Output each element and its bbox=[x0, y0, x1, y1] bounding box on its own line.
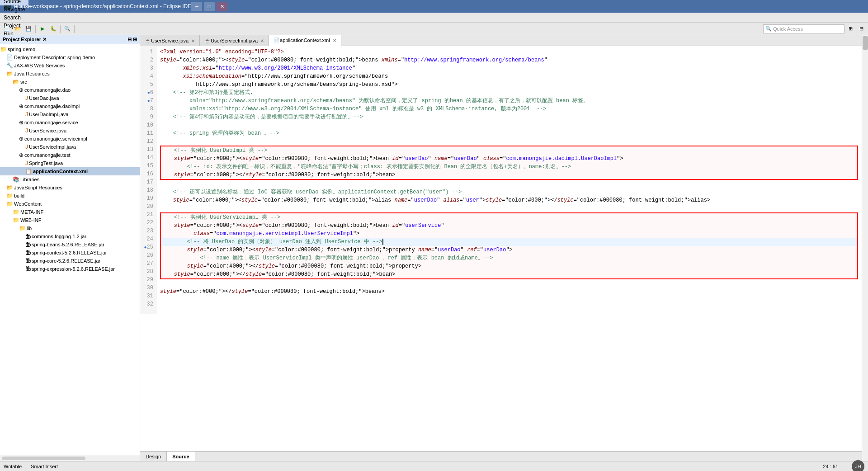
line-number-23: 23 bbox=[143, 227, 153, 235]
tree-item-deployment[interactable]: 📄 Deployment Descriptor: spring-demo bbox=[0, 53, 140, 61]
code-line-13: <!-- 实例化 UserDaoImpl 类 --> bbox=[160, 146, 858, 155]
tree-label-userservice: UserService.java bbox=[29, 128, 66, 133]
tree-label-src: src bbox=[20, 79, 27, 85]
line-number-29: 29 bbox=[143, 276, 153, 284]
menu-navigate[interactable]: Navigate bbox=[0, 5, 28, 14]
project-explorer: Project Explorer ✕ ⊟ ⊞ 📁 spring-demo📄 De… bbox=[0, 35, 140, 461]
tree-item-springtest[interactable]: J SpringTest.java bbox=[0, 159, 140, 167]
tree-item-spring-core[interactable]: 🗜 spring-core-5.2.6.RELEASE.jar bbox=[0, 257, 140, 265]
tree-item-build[interactable]: 📁 build bbox=[0, 192, 140, 200]
tree-item-jaxws[interactable]: 🔧 JAX-WS Web Services bbox=[0, 61, 140, 70]
tree-label-webcontent: WebContent bbox=[14, 201, 42, 207]
tree-item-java-resources[interactable]: 📂 Java Resources bbox=[0, 70, 140, 78]
code-editor[interactable]: 12345●6●78910111213141516171819202122232… bbox=[140, 46, 862, 451]
line-number-19: 19 bbox=[143, 194, 153, 203]
tree-item-daoimpl-pkg[interactable]: ⊕ com.manongajie.daoimpl bbox=[0, 102, 140, 110]
tree-icon-meta-inf: 📁 bbox=[13, 209, 19, 215]
code-line-32 bbox=[160, 304, 858, 312]
tree-item-userserviceimpl[interactable]: J UserServiceImpl.java bbox=[0, 143, 140, 151]
line-number-15: 15 bbox=[143, 162, 153, 170]
tab-close-button[interactable]: ✕ bbox=[333, 38, 336, 43]
tree-icon-webcontent: 📁 bbox=[6, 201, 13, 207]
line-number-32: 32 bbox=[143, 300, 153, 308]
debug-button[interactable]: 🐛 bbox=[48, 24, 58, 34]
bottom-tab-source[interactable]: Source bbox=[167, 452, 195, 461]
open-perspective-button[interactable]: ⊟ bbox=[856, 24, 866, 34]
open-button[interactable]: 📂 bbox=[13, 24, 23, 34]
quick-access-input[interactable]: 🔍 Quick Access bbox=[763, 24, 844, 33]
menu-source[interactable]: Source bbox=[0, 0, 28, 5]
tree-item-dao-pkg[interactable]: ⊕ com.manongajie.dao bbox=[0, 86, 140, 94]
tree-label-commons-logging: commons-logging-1.2.jar bbox=[32, 234, 86, 239]
tab-close-button[interactable]: ✕ bbox=[191, 38, 195, 43]
tree-item-src[interactable]: 📂 src bbox=[0, 78, 140, 86]
line-number-30: 30 bbox=[143, 284, 153, 292]
search-button[interactable]: 🔍 bbox=[62, 24, 72, 34]
tree-label-meta-inf: META-INF bbox=[20, 209, 43, 215]
tree-icon-test-pkg: ⊕ bbox=[19, 152, 24, 158]
code-line-23: class="com.manongajie.serviceimpl.UserSe… bbox=[160, 230, 858, 238]
tree-item-commons-logging[interactable]: 🗜 commons-logging-1.2.jar bbox=[0, 232, 140, 240]
toolbar-separator-3 bbox=[74, 25, 75, 33]
line-number-10: 10 bbox=[143, 121, 153, 129]
insert-mode: Smart Insert bbox=[31, 464, 58, 469]
menubar: FileEditSourceNavigateSearchProjectRunWi… bbox=[0, 13, 868, 23]
tree-label-userserviceimpl: UserServiceImpl.java bbox=[29, 144, 76, 150]
tree-item-spring-beans[interactable]: 🗜 spring-beans-5.2.6.RELEASE.jar bbox=[0, 240, 140, 249]
tree-item-spring-expression[interactable]: 🗜 spring-expression-5.2.6.RELEASE.jar bbox=[0, 265, 140, 273]
tree-icon-jaxws: 🔧 bbox=[6, 62, 13, 69]
code-line-14: style="color:#000;"><style="color:#00008… bbox=[160, 155, 858, 163]
minimize-button[interactable]: ─ bbox=[191, 2, 202, 11]
tree-item-appctx[interactable]: 📋 applicationContext.xml bbox=[0, 167, 140, 175]
bottom-tab-design[interactable]: Design bbox=[140, 452, 167, 461]
tree-item-service-pkg[interactable]: ⊕ com.manongajie.service bbox=[0, 118, 140, 127]
tree-item-libraries[interactable]: 📚 Libraries bbox=[0, 175, 140, 184]
tree-item-js-resources[interactable]: 📂 JavaScript Resources bbox=[0, 184, 140, 192]
maximize-button[interactable]: □ bbox=[204, 2, 215, 11]
right-scrollbar[interactable] bbox=[862, 35, 868, 461]
tree-item-spring-context[interactable]: 🗜 spring-context-5.2.6.RELEASE.jar bbox=[0, 249, 140, 257]
tree-label-springtest: SpringTest.java bbox=[29, 160, 63, 166]
project-tree[interactable]: 📁 spring-demo📄 Deployment Descriptor: sp… bbox=[0, 44, 140, 455]
code-lines[interactable]: <?xml version="1.0" encoding="UTF-8"?>st… bbox=[156, 46, 862, 314]
tree-item-serviceimpl-pkg[interactable]: ⊕ com.manongajie.serviceimpl bbox=[0, 135, 140, 143]
code-line-26: <!-- name 属性：表示 UserServiceImpl 类中声明的属性 … bbox=[160, 254, 858, 262]
tree-icon-web-inf: 📁 bbox=[13, 217, 19, 223]
tree-item-userdaoimpl[interactable]: J UserDaoImpl.java bbox=[0, 110, 140, 118]
tab-applicationContext-xml[interactable]: 📄 applicationContext.xml✕ bbox=[269, 35, 341, 46]
menu-search[interactable]: Search bbox=[0, 14, 28, 22]
tree-item-userservice[interactable]: J UserService.java bbox=[0, 127, 140, 135]
toolbar: 📄 📂 💾 ▶ 🐛 🔍 🔍 Quick Access ⊞ ⊟ bbox=[0, 23, 868, 35]
tree-label-deployment: Deployment Descriptor: spring-demo bbox=[14, 55, 95, 60]
quick-access-icon: 🔍 bbox=[765, 26, 772, 32]
perspectives-button[interactable]: ⊞ bbox=[845, 24, 855, 34]
tree-item-lib[interactable]: 📁 lib bbox=[0, 224, 140, 232]
toolbar-separator-2 bbox=[60, 25, 61, 33]
tree-item-userdao[interactable]: J UserDao.java bbox=[0, 94, 140, 102]
line-numbers: 12345●6●78910111213141516171819202122232… bbox=[140, 46, 156, 314]
line-number-8: 8 bbox=[143, 105, 153, 113]
tab-UserService-java[interactable]: ☕ UserService.java✕ bbox=[140, 35, 200, 46]
tree-icon-dao-pkg: ⊕ bbox=[19, 87, 24, 93]
code-line-5: http://www.springframework.org/schema/be… bbox=[160, 80, 858, 89]
save-button[interactable]: 💾 bbox=[24, 24, 33, 34]
tree-item-test-pkg[interactable]: ⊕ com.manongajie.test bbox=[0, 151, 140, 159]
run-button[interactable]: ▶ bbox=[38, 24, 47, 34]
code-line-4: xsi:schemaLocation="http://www.springfra… bbox=[160, 72, 858, 80]
code-line-9: <!-- 第4行和第5行内容是动态的，是要根据项目的需要手动进行配置的。--> bbox=[160, 113, 858, 121]
tree-item-meta-inf[interactable]: 📁 META-INF bbox=[0, 208, 140, 216]
code-line-18: <!-- 还可以设置别名标签：通过 IoC 容器获取 userDao 实例。ap… bbox=[160, 188, 858, 196]
tab-close-button[interactable]: ✕ bbox=[260, 38, 264, 43]
tab-UserServiceImpl-java[interactable]: ☕ UserServiceImpl.java✕ bbox=[200, 35, 269, 46]
tree-item-spring-demo[interactable]: 📁 spring-demo bbox=[0, 45, 140, 53]
tree-icon-service-pkg: ⊕ bbox=[19, 119, 24, 126]
code-line-12 bbox=[160, 137, 858, 146]
tree-label-test-pkg: com.manongajie.test bbox=[24, 152, 71, 158]
tree-label-java-resources: Java Resources bbox=[14, 71, 50, 76]
close-button[interactable]: ✕ bbox=[217, 2, 227, 11]
code-line-21: <!-- 实例化 UserServiceImpl 类 --> bbox=[160, 212, 858, 221]
tree-item-webcontent[interactable]: 📁 WebContent bbox=[0, 200, 140, 208]
tree-icon-spring-core: 🗜 bbox=[25, 258, 31, 264]
tree-item-web-inf[interactable]: 📁 WEB-INF bbox=[0, 216, 140, 224]
new-button[interactable]: 📄 bbox=[2, 24, 12, 34]
